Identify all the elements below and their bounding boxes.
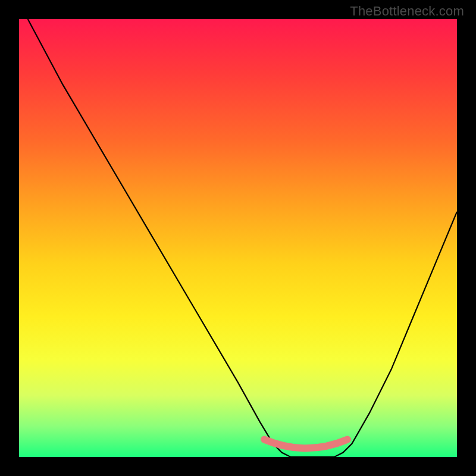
watermark-text: TheBottleneck.com — [350, 4, 464, 19]
chart-frame: TheBottleneck.com — [0, 0, 476, 476]
flat-region-highlight — [264, 440, 347, 449]
bottleneck-curve — [28, 19, 457, 457]
curve-layer — [19, 19, 457, 457]
